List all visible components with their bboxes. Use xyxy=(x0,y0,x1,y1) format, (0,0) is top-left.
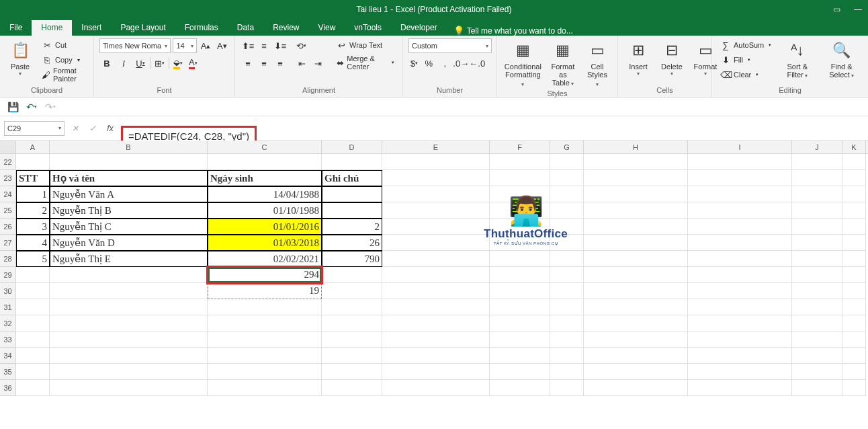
cell[interactable] xyxy=(550,299,584,315)
cell[interactable] xyxy=(584,267,688,283)
cell[interactable] xyxy=(688,348,792,364)
cell[interactable] xyxy=(688,267,792,283)
enter-icon[interactable]: ✓ xyxy=(86,124,99,133)
cut-button[interactable]: ✂Cut xyxy=(39,38,88,52)
cell[interactable] xyxy=(50,299,208,315)
cell[interactable] xyxy=(16,154,50,170)
cell[interactable] xyxy=(490,154,550,170)
cell[interactable] xyxy=(16,380,50,396)
cell[interactable] xyxy=(842,364,866,380)
cell[interactable] xyxy=(584,251,688,267)
conditional-formatting-button[interactable]: ▦Conditional Formatting ▾ xyxy=(503,38,544,89)
col-header-j[interactable]: J xyxy=(792,141,842,153)
copy-button[interactable]: ⎘Copy▾ xyxy=(39,53,88,67)
cell[interactable] xyxy=(322,283,382,299)
cell[interactable] xyxy=(792,154,842,170)
cell[interactable] xyxy=(842,202,866,219)
cell[interactable] xyxy=(382,348,490,364)
cell[interactable] xyxy=(382,315,490,332)
clear-button[interactable]: ⌫Clear▾ xyxy=(718,68,774,81)
cell[interactable] xyxy=(16,283,50,299)
row-header[interactable]: 24 xyxy=(0,186,16,202)
cell[interactable] xyxy=(584,202,688,219)
undo-icon[interactable]: ↶▾ xyxy=(24,100,39,114)
decrease-font-icon[interactable]: A▾ xyxy=(215,38,229,53)
align-bottom-icon[interactable]: ⬇≡ xyxy=(273,38,288,53)
cell[interactable] xyxy=(792,332,842,348)
cell[interactable]: Nguyễn Văn A xyxy=(50,186,208,202)
number-format-dropdown[interactable]: Custom▾ xyxy=(408,38,492,53)
cell[interactable] xyxy=(208,332,322,348)
cell[interactable]: 01/01/2016 xyxy=(208,219,322,235)
decrease-decimal-icon[interactable]: ←.0 xyxy=(470,56,484,71)
cell[interactable] xyxy=(688,315,792,332)
cell[interactable] xyxy=(208,364,322,380)
find-select-button[interactable]: 🔍Find & Select ▾ xyxy=(820,38,863,81)
tell-me[interactable]: 💡 Tell me what you want to do... xyxy=(447,26,573,36)
cell[interactable] xyxy=(792,299,842,315)
cell[interactable] xyxy=(382,332,490,348)
cell[interactable]: 14/04/1988 xyxy=(208,186,322,202)
cell[interactable] xyxy=(584,219,688,235)
cell[interactable] xyxy=(550,380,584,396)
fx-icon[interactable]: fx xyxy=(103,124,117,133)
tab-view[interactable]: View xyxy=(309,20,345,36)
paste-button[interactable]: 📋 Paste ▾ xyxy=(5,38,35,78)
delete-button[interactable]: ⊟Delete▾ xyxy=(657,38,687,78)
cell[interactable] xyxy=(842,235,866,251)
fill-color-button[interactable]: ⬙▾ xyxy=(171,56,185,71)
cell[interactable] xyxy=(50,315,208,332)
cell[interactable] xyxy=(16,332,50,348)
cell[interactable] xyxy=(688,299,792,315)
cell[interactable] xyxy=(550,332,584,348)
cell[interactable] xyxy=(322,186,382,202)
cell[interactable]: 02/02/2021 xyxy=(208,251,322,267)
name-box[interactable]: C29▾ xyxy=(4,121,64,136)
row-header[interactable]: 36 xyxy=(0,380,16,396)
cell[interactable]: 790 xyxy=(322,251,382,267)
cell[interactable] xyxy=(842,283,866,299)
cell[interactable]: 01/03/2018 xyxy=(208,235,322,251)
row-header[interactable]: 34 xyxy=(0,348,16,364)
tab-data[interactable]: Data xyxy=(228,20,263,36)
align-center-icon[interactable]: ≡ xyxy=(257,56,271,71)
cell[interactable] xyxy=(550,283,584,299)
font-name-dropdown[interactable]: Times New Roma▾ xyxy=(99,38,171,53)
col-header-d[interactable]: D xyxy=(322,141,382,153)
col-header-i[interactable]: I xyxy=(688,141,792,153)
cell[interactable] xyxy=(382,283,490,299)
cell[interactable] xyxy=(490,283,550,299)
cell[interactable] xyxy=(792,219,842,235)
cell[interactable] xyxy=(382,299,490,315)
cell[interactable] xyxy=(50,267,208,283)
align-left-icon[interactable]: ≡ xyxy=(241,56,255,71)
tab-home[interactable]: Home xyxy=(32,20,72,36)
save-icon[interactable]: 💾 xyxy=(5,100,20,114)
border-button[interactable]: ⊞▾ xyxy=(153,56,167,71)
cell[interactable] xyxy=(382,380,490,396)
col-header-b[interactable]: B xyxy=(50,141,208,153)
cell[interactable] xyxy=(688,202,792,219)
cell[interactable] xyxy=(584,235,688,251)
cell[interactable] xyxy=(792,364,842,380)
cell[interactable] xyxy=(842,332,866,348)
cell[interactable]: 5 xyxy=(16,251,50,267)
cell[interactable]: Họ và tên xyxy=(50,170,208,186)
cell[interactable] xyxy=(688,154,792,170)
row-header[interactable]: 22 xyxy=(0,154,16,170)
cell[interactable] xyxy=(792,348,842,364)
cell[interactable]: 1 xyxy=(16,186,50,202)
cell[interactable] xyxy=(688,380,792,396)
cell[interactable] xyxy=(322,348,382,364)
autosum-button[interactable]: ∑AutoSum▾ xyxy=(718,38,774,52)
cell[interactable] xyxy=(792,202,842,219)
cell[interactable]: 26 xyxy=(322,235,382,251)
cell[interactable] xyxy=(50,332,208,348)
font-color-button[interactable]: A▾ xyxy=(187,56,200,71)
cell[interactable]: STT xyxy=(16,170,50,186)
cell[interactable]: Ghi chú xyxy=(322,170,382,186)
cell[interactable] xyxy=(792,186,842,202)
cell[interactable] xyxy=(584,186,688,202)
cell[interactable] xyxy=(322,364,382,380)
row-header[interactable]: 31 xyxy=(0,299,16,315)
